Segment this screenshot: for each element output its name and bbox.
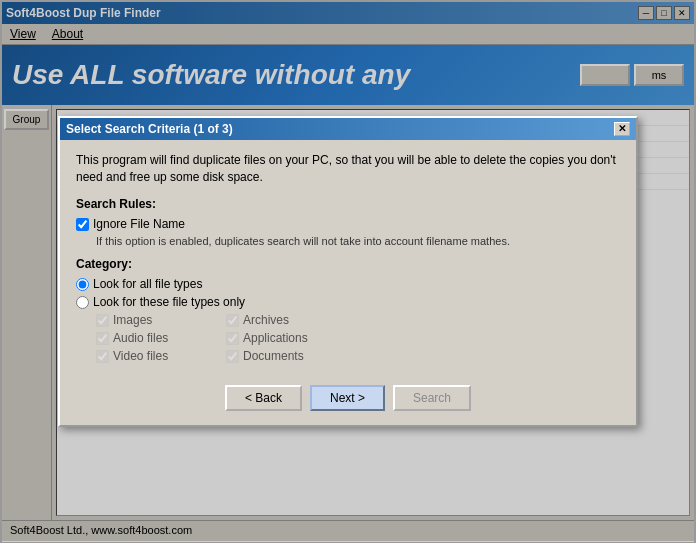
- back-button[interactable]: < Back: [225, 385, 302, 411]
- dialog-overlay: Select Search Criteria (1 of 3) ✕ This p…: [2, 2, 694, 541]
- main-window: Soft4Boost Dup File Finder ─ □ ✕ View Ab…: [0, 0, 696, 543]
- category-section: Category: Look for all file types Look f…: [76, 257, 620, 363]
- radio-all-filetypes[interactable]: [76, 278, 89, 291]
- label-audio: Audio files: [113, 331, 168, 345]
- label-archives: Archives: [243, 313, 289, 327]
- ignore-filename-checkbox[interactable]: [76, 218, 89, 231]
- checkbox-archives[interactable]: [226, 314, 239, 327]
- checkbox-video[interactable]: [96, 350, 109, 363]
- search-rules-label: Search Rules:: [76, 197, 620, 211]
- filetype-archives: Archives: [226, 313, 386, 327]
- label-images: Images: [113, 313, 152, 327]
- radio-all-row: Look for all file types: [76, 277, 620, 291]
- checkbox-documents[interactable]: [226, 350, 239, 363]
- ignore-filename-label: Ignore File Name: [93, 217, 185, 231]
- checkbox-images[interactable]: [96, 314, 109, 327]
- dialog-title-bar: Select Search Criteria (1 of 3) ✕: [60, 118, 636, 140]
- radio-specific-row: Look for these file types only: [76, 295, 620, 309]
- search-criteria-dialog: Select Search Criteria (1 of 3) ✕ This p…: [58, 116, 638, 428]
- filetype-audio: Audio files: [96, 331, 226, 345]
- file-types-grid: Images Archives Audio files Applica: [96, 313, 620, 363]
- category-label: Category:: [76, 257, 620, 271]
- filetype-video: Video files: [96, 349, 226, 363]
- checkbox-applications[interactable]: [226, 332, 239, 345]
- filetype-documents: Documents: [226, 349, 386, 363]
- label-video: Video files: [113, 349, 168, 363]
- filetype-applications: Applications: [226, 331, 386, 345]
- dialog-footer: < Back Next > Search: [60, 375, 636, 425]
- radio-specific-label: Look for these file types only: [93, 295, 245, 309]
- label-applications: Applications: [243, 331, 308, 345]
- checkbox-audio[interactable]: [96, 332, 109, 345]
- dialog-title: Select Search Criteria (1 of 3): [66, 122, 233, 136]
- next-button[interactable]: Next >: [310, 385, 385, 411]
- radio-specific-filetypes[interactable]: [76, 296, 89, 309]
- label-documents: Documents: [243, 349, 304, 363]
- dialog-close-button[interactable]: ✕: [614, 122, 630, 136]
- search-button[interactable]: Search: [393, 385, 471, 411]
- hint-text: If this option is enabled, duplicates se…: [96, 235, 620, 247]
- radio-all-label: Look for all file types: [93, 277, 202, 291]
- ignore-filename-row: Ignore File Name: [76, 217, 620, 231]
- dialog-body: This program will find duplicate files o…: [60, 140, 636, 376]
- filetype-images: Images: [96, 313, 226, 327]
- intro-text: This program will find duplicate files o…: [76, 152, 620, 186]
